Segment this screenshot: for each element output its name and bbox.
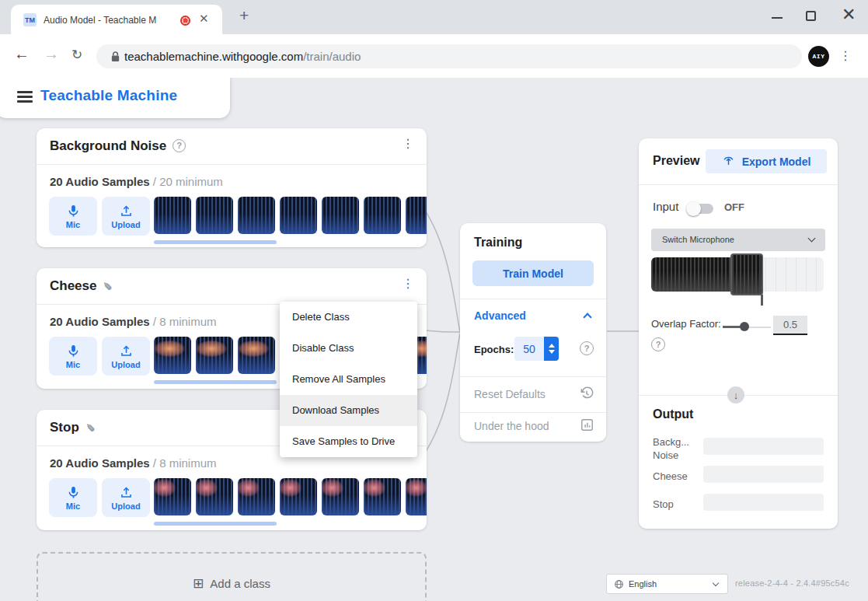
chevron-down-icon — [808, 235, 816, 243]
browser-menu-icon[interactable]: ⋮ — [839, 50, 852, 62]
input-label: Input — [653, 200, 678, 213]
reload-button[interactable]: ↻ — [71, 47, 82, 63]
train-model-button[interactable]: Train Model — [472, 260, 594, 286]
edit-pencil-icon[interactable]: ✎ — [84, 423, 96, 432]
add-class-label: Add a class — [210, 577, 270, 590]
preview-title: Preview — [653, 154, 699, 168]
export-model-button[interactable]: Export Model — [706, 149, 827, 173]
upload-icon — [119, 344, 134, 358]
epochs-input[interactable]: 50 — [514, 337, 544, 361]
menu-item-save-samples-to-drive[interactable]: Save Samples to Drive — [280, 426, 417, 457]
sample-thumbnails — [154, 197, 427, 236]
release-version: release-2-4-4 - 2.4.4#95c54c — [735, 578, 849, 588]
reset-history-icon[interactable] — [579, 386, 594, 401]
preview-panel: Preview Export Model Input OFF Switch Mi… — [639, 138, 838, 529]
new-tab-button[interactable]: + — [239, 6, 249, 25]
forward-button[interactable]: → — [44, 45, 59, 63]
mic-icon — [66, 204, 81, 218]
audio-sample-thumbnail[interactable] — [322, 197, 359, 234]
mic-button[interactable]: Mic — [49, 478, 97, 517]
collapse-output-icon[interactable]: ↓ — [727, 386, 744, 404]
sample-thumbnails — [154, 478, 427, 517]
audio-sample-thumbnail[interactable] — [196, 478, 233, 515]
output-label: Cheese — [653, 470, 701, 483]
bar-chart-icon[interactable] — [580, 418, 594, 432]
window-close-button[interactable]: ✕ — [842, 5, 856, 25]
toggle-knob[interactable] — [686, 201, 701, 216]
upload-button[interactable]: Upload — [102, 337, 150, 376]
upload-button[interactable]: Upload — [102, 478, 150, 517]
add-class-plus-icon: ⊞ — [193, 575, 204, 592]
selection-handle[interactable] — [761, 295, 763, 306]
class-title: Cheese✎ — [50, 278, 112, 294]
browser-tab-strip: TM Audio Model - Teachable M ✕ + ✕ — [0, 0, 868, 34]
audio-sample-thumbnail[interactable] — [280, 478, 317, 515]
audio-sample-thumbnail[interactable] — [406, 478, 427, 515]
audio-sample-thumbnail[interactable] — [238, 337, 275, 374]
audio-sample-thumbnail[interactable] — [154, 337, 191, 374]
mic-button[interactable]: Mic — [49, 337, 97, 376]
spectrogram-selection-window[interactable] — [730, 253, 763, 295]
divider — [460, 376, 606, 377]
upload-button[interactable]: Upload — [102, 197, 150, 236]
audio-sample-thumbnail[interactable] — [406, 197, 427, 234]
audio-sample-thumbnail[interactable] — [154, 478, 191, 515]
menu-item-remove-all-samples[interactable]: Remove All Samples — [280, 364, 417, 395]
browser-toolbar: ← → ↻ teachablemachine.withgoogle.com/tr… — [0, 34, 868, 78]
menu-item-delete-class[interactable]: Delete Class — [280, 302, 417, 333]
audio-sample-thumbnail[interactable] — [364, 478, 401, 515]
samples-count-line: 20 Audio Samples / 8 minimum — [50, 456, 217, 470]
add-class-button[interactable]: ⊞ Add a class — [37, 552, 427, 601]
input-toggle[interactable] — [688, 204, 713, 214]
mic-button[interactable]: Mic — [49, 197, 97, 236]
class-options-icon[interactable]: ⋮ — [402, 138, 414, 150]
epochs-stepper[interactable] — [544, 337, 559, 361]
advanced-toggle[interactable]: Advanced — [474, 309, 526, 322]
tab-close-icon[interactable]: ✕ — [199, 12, 209, 26]
window-maximize-button[interactable] — [806, 11, 816, 21]
thumbnails-scrollbar[interactable] — [154, 240, 277, 244]
language-select[interactable]: English — [606, 574, 728, 594]
audio-sample-thumbnail[interactable] — [196, 337, 233, 374]
under-the-hood-button[interactable]: Under the hood — [474, 420, 549, 432]
avatar[interactable]: AIY — [808, 46, 829, 67]
help-icon[interactable]: ? — [173, 139, 186, 152]
audio-sample-thumbnail[interactable] — [364, 197, 401, 234]
overlap-slider-thumb[interactable] — [740, 322, 749, 331]
audio-sample-thumbnail[interactable] — [196, 197, 233, 234]
upload-icon — [119, 204, 134, 218]
browser-tab[interactable]: TM Audio Model - Teachable M ✕ — [11, 5, 222, 34]
epochs-help-icon[interactable]: ? — [580, 341, 594, 355]
audio-sample-thumbnail[interactable] — [280, 197, 317, 234]
overlap-factor-value[interactable]: 0.5 — [773, 316, 807, 335]
reset-defaults-button[interactable]: Reset Defaults — [474, 388, 546, 400]
class-options-icon[interactable]: ⋮ — [402, 278, 414, 290]
menu-item-disable-class[interactable]: Disable Class — [280, 333, 417, 364]
microphone-select[interactable]: Switch Microphone — [651, 229, 825, 251]
audio-sample-thumbnail[interactable] — [238, 478, 275, 515]
stepper-up-icon[interactable] — [549, 344, 555, 348]
overlap-help-icon[interactable]: ? — [651, 337, 665, 351]
output-bar — [703, 438, 824, 455]
thumbnails-scrollbar[interactable] — [154, 522, 277, 526]
training-panel: Training Train Model Advanced Epochs: 50… — [460, 223, 606, 442]
divider — [639, 184, 838, 185]
class-title: Stop✎ — [50, 420, 95, 435]
lock-icon — [110, 51, 120, 63]
output-title: Output — [653, 407, 693, 421]
chevron-up-icon[interactable] — [583, 313, 591, 321]
back-button[interactable]: ← — [14, 45, 30, 63]
menu-hamburger-icon[interactable] — [17, 91, 33, 103]
window-minimize-button[interactable] — [772, 17, 783, 19]
class-title: Background Noise? — [50, 138, 186, 154]
stepper-down-icon[interactable] — [549, 350, 555, 354]
audio-sample-thumbnail[interactable] — [154, 197, 191, 234]
menu-item-download-samples[interactable]: Download Samples — [280, 395, 417, 426]
divider — [37, 164, 427, 165]
edit-pencil-icon[interactable]: ✎ — [101, 281, 113, 291]
thumbnails-scrollbar[interactable] — [154, 380, 277, 384]
chevron-down-icon — [713, 580, 719, 586]
audio-sample-thumbnail[interactable] — [238, 197, 275, 234]
audio-sample-thumbnail[interactable] — [322, 478, 359, 515]
upload-icon — [119, 485, 134, 500]
